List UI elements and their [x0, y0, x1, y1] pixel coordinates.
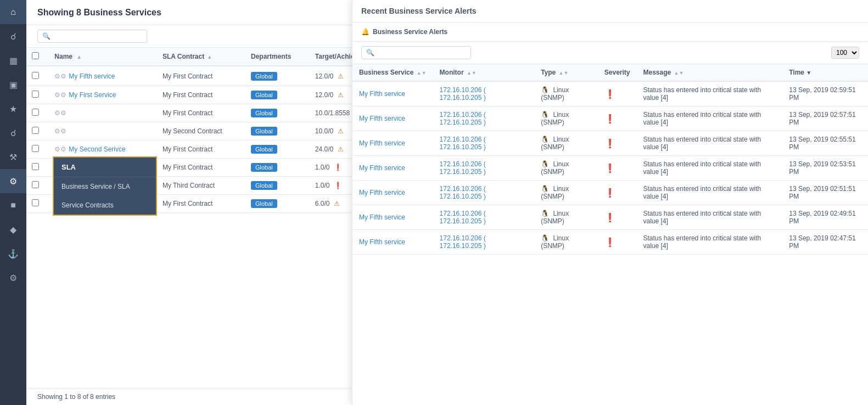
- linux-icon: 🐧: [541, 111, 549, 119]
- sla-menu-item-business-service[interactable]: Business Service / SLA: [54, 177, 156, 196]
- alert-business-service-link[interactable]: My Fifth service: [359, 115, 405, 122]
- service-link[interactable]: My Second Serivce: [69, 145, 125, 153]
- alerts-col-time[interactable]: Time ▼: [782, 64, 868, 81]
- alert-message: Status has entered into critical state w…: [637, 205, 783, 230]
- alerts-col-business-service[interactable]: Business Service ▲▼: [352, 64, 433, 81]
- bottom-gear-icon[interactable]: ⚙: [0, 266, 26, 290]
- dept-badge: Global: [251, 163, 277, 172]
- col-checkbox: [26, 48, 49, 66]
- dept-badge: Global: [251, 91, 277, 99]
- alert-time: 13 Sep, 2019 02:51:51 PM: [782, 181, 868, 205]
- dept-badge: Global: [251, 109, 277, 117]
- dept-badge: Global: [251, 72, 277, 81]
- layout-icon[interactable]: ▦: [0, 48, 26, 72]
- alerts-subtitle: Business Service Alerts: [373, 28, 447, 36]
- per-page-dropdown[interactable]: 10 25 50 100: [831, 47, 859, 59]
- alert-monitor-link[interactable]: 172.16.10.206 ( 172.16.10.205 ): [440, 160, 486, 176]
- alert-monitor-link[interactable]: 172.16.10.206 ( 172.16.10.205 ): [440, 185, 486, 200]
- alerts-table-container: Business Service ▲▼ Monitor ▲▼ Type ▲▼ S…: [352, 64, 868, 405]
- alert-monitor-link[interactable]: 172.16.10.206 ( 172.16.10.205 ): [440, 86, 486, 102]
- alert-monitor-link[interactable]: 172.16.10.206 ( 172.16.10.205 ): [440, 234, 486, 250]
- alert-time: 13 Sep, 2019 02:53:51 PM: [782, 156, 868, 181]
- row-checkbox[interactable]: [32, 181, 39, 188]
- alert-row: My Fifth service 172.16.10.206 ( 172.16.…: [352, 181, 868, 205]
- alert-severity-icon: ❗: [604, 188, 615, 198]
- alert-row: My Fifth service 172.16.10.206 ( 172.16.…: [352, 230, 868, 255]
- alert-business-service-link[interactable]: My Fifth service: [359, 139, 405, 147]
- alert-business-service-link[interactable]: My Fifth service: [359, 164, 405, 172]
- alert-business-service-link[interactable]: My Fifth service: [359, 189, 405, 196]
- linux-icon: 🐧: [541, 86, 549, 94]
- search-input[interactable]: [53, 32, 142, 40]
- main-content: Showing 8 Business Services New ⚙ 🔍 Name…: [26, 0, 868, 405]
- alert-time: 13 Sep, 2019 02:57:51 PM: [782, 106, 868, 131]
- alerts-col-type[interactable]: Type ▲▼: [534, 64, 598, 81]
- alert-message: Status has entered into critical state w…: [637, 230, 783, 255]
- alerts-search-input[interactable]: [377, 49, 466, 57]
- home-icon[interactable]: ⌂: [0, 0, 26, 24]
- row-checkbox[interactable]: [32, 72, 39, 79]
- sla-icon[interactable]: ⚙: [0, 169, 26, 193]
- sla-menu: SLA Business Service / SLA Service Contr…: [53, 156, 157, 216]
- service-link[interactable]: My Fifth service: [69, 72, 115, 80]
- alerts-search-icon: 🔍: [366, 49, 374, 57]
- alert-row: My Fifth service 172.16.10.206 ( 172.16.…: [352, 131, 868, 156]
- row-checkbox[interactable]: [32, 145, 39, 152]
- search-icon[interactable]: ☌: [0, 24, 26, 48]
- wrench-icon[interactable]: ⚒: [0, 145, 26, 169]
- alert-row: My Fifth service 172.16.10.206 ( 172.16.…: [352, 81, 868, 106]
- alert-severity-icon: ❗: [604, 139, 615, 148]
- alert-severity-icon: ❗: [604, 114, 615, 123]
- alerts-table: Business Service ▲▼ Monitor ▲▼ Type ▲▼ S…: [352, 64, 868, 255]
- alert-message: Status has entered into critical state w…: [637, 81, 783, 106]
- col-name[interactable]: Name ▲: [49, 48, 157, 66]
- linux-icon: 🐧: [541, 234, 549, 242]
- col-sla-contract[interactable]: SLA Contract ▴: [157, 48, 245, 66]
- report-icon[interactable]: ◆: [0, 217, 26, 241]
- alert-time: 13 Sep, 2019 02:49:51 PM: [782, 205, 868, 230]
- linux-icon: 🐧: [541, 185, 549, 193]
- alert-row: My Fifth service 172.16.10.206 ( 172.16.…: [352, 205, 868, 230]
- search-icon: 🔍: [42, 32, 51, 40]
- megaphone-icon[interactable]: ★: [0, 97, 26, 121]
- alerts-toolbar: 🔍 10 25 50 100: [352, 42, 868, 64]
- sla-menu-item-service-contracts[interactable]: Service Contracts: [54, 196, 156, 215]
- alert-message: Status has entered into critical state w…: [637, 131, 783, 156]
- row-checkbox[interactable]: [32, 163, 39, 170]
- page-title: Showing 8 Business Services: [37, 8, 161, 18]
- row-checkbox[interactable]: [32, 199, 39, 206]
- bell-icon[interactable]: ☌: [0, 121, 26, 145]
- calendar-icon[interactable]: ■: [0, 193, 26, 217]
- col-departments[interactable]: Departments: [245, 48, 310, 66]
- alerts-col-message[interactable]: Message ▲▼: [637, 64, 783, 81]
- linux-icon: 🐧: [541, 210, 549, 217]
- alerts-panel: Recent Business Service Alerts 🔔 Busines…: [352, 0, 868, 405]
- alert-monitor-link[interactable]: 172.16.10.206 ( 172.16.10.205 ): [440, 111, 486, 126]
- row-checkbox[interactable]: [32, 91, 39, 98]
- search-wrap: 🔍: [37, 30, 147, 43]
- alert-monitor-link[interactable]: 172.16.10.206 ( 172.16.10.205 ): [440, 210, 486, 225]
- row-checkbox[interactable]: [32, 109, 39, 116]
- monitor-icon[interactable]: ▣: [0, 72, 26, 97]
- alert-severity-icon: ❗: [604, 164, 615, 173]
- alerts-panel-title: Recent Business Service Alerts: [352, 0, 868, 22]
- linux-icon: 🐧: [541, 160, 549, 168]
- plugin-icon[interactable]: ⚓: [0, 241, 26, 266]
- sla-menu-title: SLA: [54, 158, 156, 177]
- select-all-checkbox[interactable]: [32, 52, 39, 59]
- row-checkbox[interactable]: [32, 127, 39, 134]
- footer-text: Showing 1 to 8 of 8 entries: [37, 393, 115, 401]
- sidebar: ⌂ ☌ ▦ ▣ ★ ☌ ⚒ ⚙ ■ ◆ ⚓ ⚙: [0, 0, 26, 405]
- alerts-col-monitor[interactable]: Monitor ▲▼: [433, 64, 535, 81]
- dept-badge: Global: [251, 127, 277, 136]
- alert-business-service-link[interactable]: My Fifth service: [359, 238, 405, 246]
- alert-severity-icon: ❗: [604, 89, 615, 99]
- alert-business-service-link[interactable]: My Fifth service: [359, 90, 405, 98]
- alert-message: Status has entered into critical state w…: [637, 156, 783, 181]
- alerts-col-severity[interactable]: Severity: [598, 64, 637, 81]
- service-link[interactable]: My First Service: [69, 91, 116, 99]
- alert-business-service-link[interactable]: My Fifth service: [359, 213, 405, 221]
- alert-monitor-link[interactable]: 172.16.10.206 ( 172.16.10.205 ): [440, 136, 486, 151]
- alert-message: Status has entered into critical state w…: [637, 181, 783, 205]
- alerts-subheader: 🔔 Business Service Alerts: [352, 22, 868, 42]
